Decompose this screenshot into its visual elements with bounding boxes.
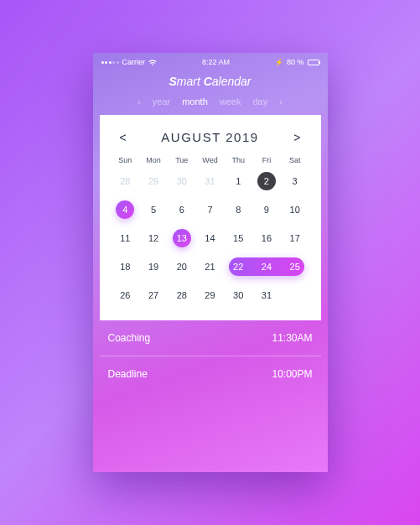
calendar-cell[interactable]: 24 [252, 257, 281, 277]
calendar-cell[interactable]: 19 [139, 257, 168, 277]
calendar-cell[interactable]: 12 [139, 228, 168, 248]
event-time: 11:30AM [272, 332, 312, 344]
app-title: Smart Calendar [93, 70, 328, 96]
calendar-cell[interactable]: 2 [252, 171, 281, 191]
prev-month-button[interactable]: < [117, 131, 130, 144]
calendar-cell[interactable]: 11 [111, 228, 140, 248]
status-time: 8:22 AM [202, 58, 230, 66]
calendar-cell[interactable]: 13 [168, 228, 196, 248]
event-title: Deadline [108, 368, 148, 380]
tabs-prev-icon[interactable]: ‹ [137, 96, 141, 107]
month-title: AUGUST 2019 [161, 130, 258, 144]
tab-month[interactable]: month [182, 96, 208, 107]
date-badge: 4 [116, 200, 134, 219]
calendar-cell[interactable] [281, 285, 309, 305]
dow-label: Fri [252, 156, 281, 164]
tab-day[interactable]: day [252, 96, 267, 107]
lightning-icon: ⚡ [275, 59, 283, 66]
dow-label: Sat [281, 156, 309, 164]
calendar-cell[interactable]: 15 [224, 228, 252, 248]
calendar-cell[interactable]: 25 [281, 257, 309, 277]
calendar-cell[interactable]: 28 [111, 171, 140, 191]
event-row[interactable]: Deadline 10:00PM [100, 356, 321, 392]
battery-icon [308, 60, 319, 65]
calendar-cell[interactable]: 1 [224, 171, 252, 191]
date-badge: 13 [173, 229, 191, 247]
tab-year[interactable]: year [153, 96, 170, 107]
dow-label: Mon [139, 156, 168, 164]
calendar-cell[interactable]: 9 [252, 200, 281, 220]
phone-frame: Carrier 8:22 AM ⚡ 80 % Smart Calendar ‹ … [93, 53, 328, 472]
next-month-button[interactable]: > [290, 131, 303, 144]
calendar-cell[interactable]: 7 [196, 200, 225, 220]
dow-label: Wed [196, 156, 225, 164]
wifi-icon [148, 59, 157, 65]
calendar-cell[interactable]: 29 [196, 285, 225, 305]
dow-label: Thu [224, 156, 252, 164]
events-list: Coaching 11:30AM Deadline 10:00PM [100, 320, 321, 392]
tabs-next-icon[interactable]: › [279, 96, 283, 107]
tab-week[interactable]: week [220, 96, 241, 107]
date-badge: 2 [257, 172, 276, 190]
calendar-cell[interactable]: 31 [196, 171, 225, 191]
calendar-cell[interactable]: 6 [168, 200, 196, 220]
calendar-cell[interactable]: 8 [224, 200, 252, 220]
event-title: Coaching [108, 332, 151, 344]
calendar-card: < AUGUST 2019 > Sun Mon Tue Wed Thu Fri … [100, 115, 321, 320]
status-left: Carrier [101, 58, 158, 66]
view-tabs: ‹ year month week day › [93, 96, 328, 115]
dow-label: Sun [111, 156, 140, 164]
calendar-cell[interactable]: 17 [281, 228, 309, 248]
calendar-cell[interactable]: 31 [252, 285, 281, 305]
calendar-grid: 2829303112345678910111213141516171819202… [111, 171, 309, 305]
dow-label: Tue [168, 156, 196, 164]
calendar-cell[interactable]: 27 [139, 285, 168, 305]
calendar-cell[interactable]: 30 [168, 171, 196, 191]
event-time: 10:00PM [272, 368, 312, 380]
calendar-cell[interactable]: 30 [224, 285, 252, 305]
calendar-cell[interactable]: 10 [281, 200, 309, 220]
month-header: < AUGUST 2019 > [111, 127, 309, 156]
calendar-cell[interactable]: 14 [196, 228, 225, 248]
carrier-label: Carrier [122, 58, 146, 66]
calendar-cell[interactable]: 28 [168, 285, 196, 305]
calendar-cell[interactable]: 5 [139, 200, 168, 220]
calendar-cell[interactable]: 29 [139, 171, 168, 191]
calendar-cell[interactable]: 21 [196, 257, 225, 277]
status-bar: Carrier 8:22 AM ⚡ 80 % [93, 53, 328, 70]
calendar-cell[interactable]: 4 [111, 200, 140, 220]
event-row[interactable]: Coaching 11:30AM [100, 320, 321, 356]
calendar-cell[interactable]: 20 [168, 257, 196, 277]
calendar-cell[interactable]: 3 [281, 171, 309, 191]
calendar-cell[interactable]: 22 [224, 257, 252, 277]
calendar-cell[interactable]: 18 [111, 257, 140, 277]
signal-icon [101, 61, 119, 64]
battery-percent: 80 % [287, 58, 304, 66]
status-right: ⚡ 80 % [275, 58, 319, 66]
day-of-week-row: Sun Mon Tue Wed Thu Fri Sat [111, 156, 309, 171]
calendar-cell[interactable]: 26 [111, 285, 140, 305]
calendar-cell[interactable]: 16 [252, 228, 281, 248]
